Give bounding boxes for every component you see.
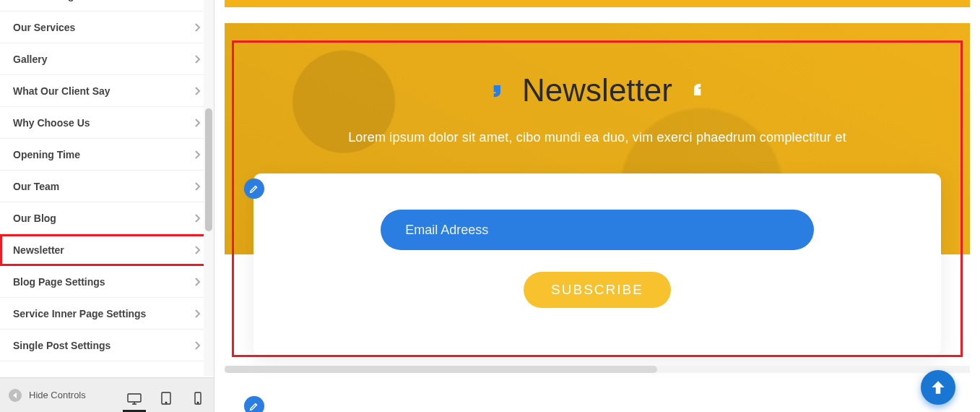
chevron-right-icon (194, 277, 201, 287)
device-switcher (127, 386, 205, 405)
newsletter-title: Newsletter (522, 72, 672, 108)
preview-inner: Newsletter Lorem ipsum dolor sit amet, c… (225, 0, 970, 412)
preview-h-scrollbar-thumb[interactable] (225, 366, 657, 373)
sidebar-item-why-choose-us[interactable]: Why Choose Us (0, 107, 214, 139)
sidebar-item-our-working-process[interactable]: Our Working Process (0, 0, 214, 12)
sidebar-item-label: Service Inner Page Settings (13, 308, 146, 319)
sidebar-item-newsletter[interactable]: Newsletter (0, 234, 214, 266)
chevron-right-icon (194, 340, 201, 351)
chevron-right-icon (194, 245, 201, 255)
hide-controls-button[interactable]: Hide Controls (9, 389, 86, 402)
sidebar-item-label: Our Blog (13, 213, 56, 224)
device-desktop-button[interactable] (127, 386, 142, 405)
sidebar-item-our-team[interactable]: Our Team (0, 171, 214, 202)
sidebar-scrollbar-thumb[interactable] (205, 108, 212, 231)
subscribe-button[interactable]: SUBSCRIBE (524, 272, 671, 308)
app-root: Our Working ProcessOur ServicesGalleryWh… (0, 0, 980, 412)
hide-controls-label: Hide Controls (29, 390, 86, 400)
svg-point-4 (197, 402, 199, 403)
device-mobile-button[interactable] (191, 386, 205, 405)
newsletter-card-inner: SUBSCRIBE (253, 210, 941, 308)
chevron-right-icon (194, 118, 201, 128)
chevron-right-icon (194, 150, 201, 160)
preview-h-scrollbar[interactable] (225, 366, 970, 373)
top-accent-bar (225, 0, 970, 7)
sidebar-item-label: What Our Client Say (13, 85, 110, 97)
edit-section-button-2[interactable] (244, 396, 264, 412)
chevron-right-icon (194, 22, 201, 33)
svg-point-2 (165, 402, 167, 403)
sidebar-item-service-inner-page-settings[interactable]: Service Inner Page Settings (0, 298, 214, 330)
sidebar-item-label: Our Working Process (13, 0, 116, 1)
newsletter-title-row: Newsletter (225, 72, 970, 108)
scroll-to-top-button[interactable] (921, 370, 955, 405)
edit-section-button[interactable] (244, 179, 264, 199)
sidebar-item-our-services[interactable]: Our Services (0, 12, 214, 43)
preview-pane[interactable]: Newsletter Lorem ipsum dolor sit amet, c… (214, 0, 980, 412)
svg-rect-0 (128, 394, 141, 402)
spacer (225, 7, 970, 23)
newsletter-subtitle: Lorem ipsum dolor sit amet, cibo mundi e… (225, 130, 970, 145)
sidebar-item-opening-time[interactable]: Opening Time (0, 139, 214, 171)
newsletter-card: SUBSCRIBE (253, 173, 941, 356)
quote-left-icon (490, 80, 511, 100)
quote-right-icon (684, 80, 704, 100)
chevron-right-icon (194, 309, 201, 319)
chevron-right-icon (194, 86, 201, 96)
sidebar-item-label: Blog Page Settings (13, 276, 105, 288)
chevron-right-icon (194, 181, 201, 192)
sidebar-item-label: Single Post Settings (13, 340, 110, 351)
sidebar-item-our-blog[interactable]: Our Blog (0, 202, 214, 234)
sidebar-item-label: Our Team (13, 181, 59, 192)
sidebar-item-gallery[interactable]: Gallery (0, 43, 214, 75)
sidebar-item-what-our-client-say[interactable]: What Our Client Say (0, 75, 214, 107)
chevron-right-icon (194, 0, 201, 1)
sidebar-item-label: Opening Time (13, 149, 80, 160)
sidebar-scroll[interactable]: Our Working ProcessOur ServicesGalleryWh… (0, 0, 214, 377)
sidebar-item-single-post-settings[interactable]: Single Post Settings (0, 330, 214, 361)
sidebar-item-label: Newsletter (13, 244, 64, 256)
sidebar-item-label: Why Choose Us (13, 117, 90, 129)
collapse-icon (9, 389, 22, 402)
device-tablet-button[interactable] (159, 386, 173, 405)
sidebar-footer: Hide Controls (0, 377, 214, 412)
email-field[interactable] (381, 210, 814, 250)
sidebar-item-label: Gallery (13, 53, 47, 65)
customizer-sidebar: Our Working ProcessOur ServicesGalleryWh… (0, 0, 214, 412)
chevron-right-icon (194, 54, 201, 64)
sidebar-list: Our Working ProcessOur ServicesGalleryWh… (0, 0, 214, 361)
sidebar-scrollbar[interactable] (204, 0, 214, 376)
sidebar-item-blog-page-settings[interactable]: Blog Page Settings (0, 266, 214, 298)
sidebar-item-label: Our Services (13, 22, 75, 33)
chevron-right-icon (194, 213, 201, 223)
